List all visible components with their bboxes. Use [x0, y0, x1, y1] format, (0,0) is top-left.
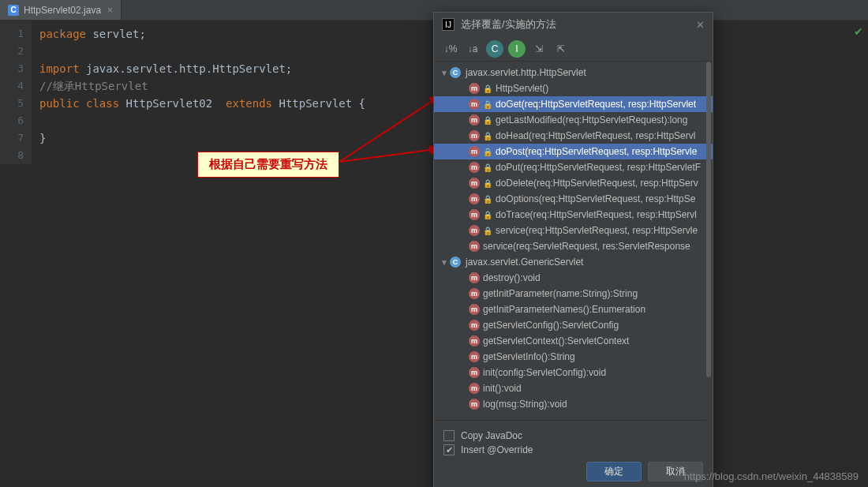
method-icon: m: [469, 130, 480, 141]
tree-class-row[interactable]: ▼Cjavax.servlet.http.HttpServlet: [434, 65, 713, 81]
tree-method-row[interactable]: mgetServletContext():ServletContext: [434, 333, 713, 349]
method-tree[interactable]: ▼Cjavax.servlet.http.HttpServletm🔒HttpSe…: [434, 62, 713, 420]
method-icon: m: [469, 193, 480, 204]
lock-icon: 🔒: [483, 84, 492, 93]
tree-method-row[interactable]: mgetInitParameterNames():Enumeration: [434, 302, 713, 317]
method-icon: m: [469, 162, 480, 173]
tree-method-row[interactable]: mlog(msg:String):void: [434, 396, 713, 412]
class-icon: C: [450, 257, 461, 268]
method-icon: m: [469, 304, 480, 315]
tree-item-label: doPut(req:HttpServletRequest, resp:HttpS…: [496, 162, 701, 173]
tree-item-label: getLastModified(req:HttpServletRequest):…: [496, 114, 687, 125]
tab-filename: HttpServlet02.java: [24, 5, 101, 16]
sort-icon[interactable]: ↓%: [442, 40, 459, 58]
tree-item-label: getInitParameter(name:String):String: [483, 288, 638, 299]
dialog-footer: Copy JavaDoc ✔ Insert @Override 确定 取消: [434, 420, 713, 487]
method-icon: m: [469, 351, 480, 362]
tree-method-row[interactable]: m🔒HttpServlet(): [434, 81, 713, 96]
scrollbar[interactable]: [706, 62, 711, 440]
method-icon: m: [469, 83, 480, 94]
method-icon: m: [469, 99, 480, 110]
tree-item-label: javax.servlet.http.HttpServlet: [466, 67, 586, 78]
method-icon: m: [469, 225, 480, 236]
tree-method-row[interactable]: m🔒service(req:HttpServletRequest, resp:H…: [434, 223, 713, 238]
tree-item-label: service(req:ServletRequest, res:ServletR…: [483, 241, 690, 252]
lock-icon: 🔒: [483, 100, 492, 109]
tree-method-row[interactable]: m🔒doPost(req:HttpServletRequest, resp:Ht…: [434, 144, 713, 159]
method-icon: m: [469, 320, 480, 331]
tree-method-row[interactable]: mgetInitParameter(name:String):String: [434, 286, 713, 302]
close-icon[interactable]: ×: [107, 5, 113, 16]
editor-tab[interactable]: C HttpServlet02.java ×: [0, 0, 122, 20]
lock-icon: 🔒: [483, 116, 492, 125]
tree-method-row[interactable]: mgetServletInfo():String: [434, 349, 713, 365]
tree-item-label: service(req:HttpServletRequest, resp:Htt…: [496, 225, 698, 236]
tree-item-label: doTrace(req:HttpServletRequest, resp:Htt…: [496, 209, 697, 220]
tree-method-row[interactable]: minit():void: [434, 380, 713, 396]
intellij-icon: IJ: [442, 18, 455, 31]
watermark: https://blog.csdn.net/weixin_44838589: [684, 470, 859, 482]
chevron-down-icon[interactable]: ▼: [440, 69, 448, 77]
method-icon: m: [469, 272, 480, 283]
tree-method-row[interactable]: m🔒doOptions(req:HttpServletRequest, resp…: [434, 191, 713, 207]
method-icon: m: [469, 146, 480, 157]
tree-item-label: init(config:ServletConfig):void: [483, 367, 606, 378]
tree-class-row[interactable]: ▼Cjavax.servlet.GenericServlet: [434, 254, 713, 270]
lock-icon: 🔒: [483, 163, 492, 172]
collapse-all-icon[interactable]: ⇱: [552, 40, 570, 58]
checkbox-icon[interactable]: ✔: [443, 444, 455, 455]
tree-item-label: HttpServlet(): [496, 83, 548, 94]
tree-item-label: getServletInfo():String: [483, 351, 575, 362]
copy-javadoc-checkbox[interactable]: Copy JavaDoc: [443, 430, 703, 441]
lock-icon: 🔒: [483, 179, 492, 188]
tree-item-label: doHead(req:HttpServletRequest, resp:Http…: [496, 130, 695, 141]
tree-item-label: doPost(req:HttpServletRequest, resp:Http…: [496, 146, 697, 157]
lock-icon: 🔒: [483, 132, 492, 140]
chevron-down-icon[interactable]: ▼: [440, 258, 448, 267]
callout-annotation: 根据自己需要重写方法: [197, 152, 339, 178]
tree-item-label: doOptions(req:HttpServletRequest, resp:H…: [496, 193, 695, 204]
tree-method-row[interactable]: minit(config:ServletConfig):void: [434, 365, 713, 380]
method-icon: m: [469, 367, 480, 378]
sort-alpha-icon[interactable]: ↓a: [464, 40, 481, 58]
tree-item-label: doDelete(req:HttpServletRequest, resp:Ht…: [496, 178, 698, 189]
lock-icon: 🔒: [483, 227, 492, 235]
tree-method-row[interactable]: m🔒doDelete(req:HttpServletRequest, resp:…: [434, 175, 713, 191]
inspection-ok-icon: ✔: [854, 25, 863, 38]
tree-item-label: init():void: [483, 383, 522, 394]
expand-all-icon[interactable]: ⇲: [530, 40, 548, 58]
tree-method-row[interactable]: mservice(req:ServletRequest, res:Servlet…: [434, 238, 713, 254]
override-methods-dialog: IJ 选择覆盖/实施的方法 ✕ ↓% ↓a C I ⇲ ⇱ ▼Cjavax.se…: [433, 12, 713, 487]
dialog-toolbar: ↓% ↓a C I ⇲ ⇱: [434, 36, 713, 62]
tree-item-label: getServletConfig():ServletConfig: [483, 320, 619, 331]
tree-method-row[interactable]: m🔒doTrace(req:HttpServletRequest, resp:H…: [434, 207, 713, 223]
method-icon: m: [469, 114, 480, 125]
lock-icon: 🔒: [483, 148, 492, 156]
filter-interface-icon[interactable]: I: [508, 40, 526, 58]
method-icon: m: [469, 383, 480, 394]
tree-method-row[interactable]: mdestroy():void: [434, 270, 713, 286]
method-icon: m: [469, 209, 480, 220]
insert-override-checkbox[interactable]: ✔ Insert @Override: [443, 444, 703, 455]
tree-method-row[interactable]: m🔒doHead(req:HttpServletRequest, resp:Ht…: [434, 128, 713, 144]
tree-item-label: destroy():void: [483, 272, 541, 283]
checkbox-icon[interactable]: [443, 430, 455, 441]
dialog-titlebar[interactable]: IJ 选择覆盖/实施的方法 ✕: [434, 13, 713, 36]
method-icon: m: [469, 335, 480, 347]
method-icon: m: [469, 241, 480, 252]
tree-method-row[interactable]: m🔒doGet(req:HttpServletRequest, resp:Htt…: [434, 96, 713, 112]
dialog-title-text: 选择覆盖/实施的方法: [461, 17, 556, 32]
tree-item-label: javax.servlet.GenericServlet: [466, 257, 583, 268]
close-icon[interactable]: ✕: [696, 19, 705, 31]
ok-button[interactable]: 确定: [586, 462, 642, 481]
tree-method-row[interactable]: mgetServletConfig():ServletConfig: [434, 317, 713, 333]
line-gutter: 1 2 3 4 5 6 7 8: [0, 21, 32, 164]
filter-class-icon[interactable]: C: [486, 40, 503, 58]
method-icon: m: [469, 178, 480, 189]
method-icon: m: [469, 399, 480, 410]
tree-item-label: getInitParameterNames():Enumeration: [483, 304, 645, 315]
tree-method-row[interactable]: m🔒doPut(req:HttpServletRequest, resp:Htt…: [434, 159, 713, 175]
lock-icon: 🔒: [483, 195, 492, 204]
method-icon: m: [469, 288, 480, 299]
tree-method-row[interactable]: m🔒getLastModified(req:HttpServletRequest…: [434, 112, 713, 128]
